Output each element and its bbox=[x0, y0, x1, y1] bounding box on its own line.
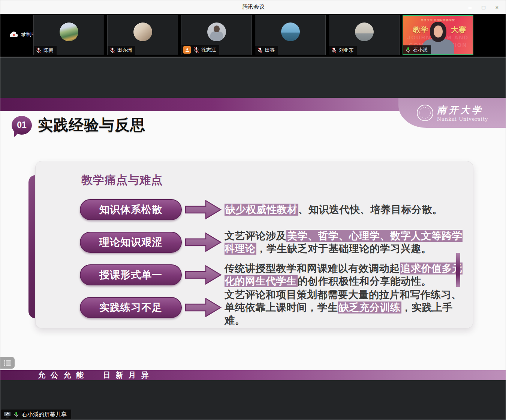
participant-name: 石小溪 bbox=[413, 46, 428, 53]
window-titlebar: 腾讯会议 – □ × bbox=[0, 0, 506, 14]
mic-muted-icon bbox=[109, 47, 115, 54]
participant-name: 田睿 bbox=[265, 47, 275, 54]
pain-point-row: 实践练习不足 文艺评论和项目策划都需要大量的拉片和写作练习、单纯依靠上课时间，学… bbox=[80, 297, 463, 318]
participant-name-badge: 石小溪 bbox=[403, 45, 431, 54]
pain-point-description: 文艺评论和项目策划都需要大量的拉片和写作练习、单纯依靠上课时间，学生缺乏充分训练… bbox=[225, 288, 463, 327]
highlighted-text: 缺少权威性教材 bbox=[225, 204, 298, 216]
pain-point-description: 文艺评论涉及美学、哲学、心理学、数字人文等跨学科理论，学生缺乏对于基础理论的学习… bbox=[225, 230, 463, 255]
pain-point-pill: 理论知识艰涩 bbox=[80, 232, 182, 253]
pill-label: 授课形式单一 bbox=[99, 268, 162, 282]
pain-point-pill: 授课形式单一 bbox=[80, 264, 182, 285]
mic-active-icon bbox=[13, 411, 19, 418]
participant-strip-bg: 录制中 陈鹏 田亦洲 徐志江 田睿 刘亚东 南开大学 新闻与传播学院 JOURN… bbox=[0, 14, 506, 57]
slide-title: 实践经验与反思 bbox=[38, 115, 145, 135]
participant-name: 陈鹏 bbox=[43, 47, 53, 54]
arrow-right-icon bbox=[185, 198, 222, 221]
motto-bar: 允公允能 日新月异 bbox=[0, 370, 506, 380]
mic-muted-icon bbox=[193, 47, 199, 53]
plain-text: ，学生缺乏对于基础理论的学习兴趣。 bbox=[256, 243, 432, 254]
pill-label: 理论知识艰涩 bbox=[99, 236, 162, 249]
participant-tile[interactable]: 刘亚东 bbox=[329, 15, 400, 55]
participant-name-badge: 陈鹏 bbox=[34, 46, 57, 55]
participant-name-badge: 田亦洲 bbox=[108, 46, 135, 55]
university-seal-icon bbox=[417, 105, 433, 121]
pain-point-pill: 实践练习不足 bbox=[80, 297, 182, 318]
host-badge bbox=[183, 46, 191, 54]
mic-muted-icon bbox=[36, 47, 42, 54]
stage-background bbox=[0, 57, 506, 98]
participant-name-badge: 田睿 bbox=[255, 46, 278, 55]
participant-tile[interactable]: 徐志江 bbox=[181, 15, 252, 55]
pain-point-row: 知识体系松散 缺少权威性教材、知识迭代快、培养目标分散。 bbox=[80, 199, 463, 220]
arrow-right-icon bbox=[185, 264, 222, 286]
avatar bbox=[281, 22, 300, 41]
participant-tile[interactable]: 陈鹏 bbox=[33, 15, 104, 55]
host-person-icon bbox=[185, 48, 190, 52]
speaker-face bbox=[434, 26, 443, 38]
arrow-right-icon bbox=[185, 231, 222, 254]
bottom-background: 石小溪的屏幕共享 bbox=[0, 380, 506, 420]
list-icon bbox=[4, 360, 11, 366]
avatar bbox=[60, 22, 78, 41]
close-icon[interactable]: × bbox=[491, 2, 503, 13]
plain-text: 、知识迭代快、培养目标分散。 bbox=[298, 204, 443, 215]
participant-name-badge: 刘亚东 bbox=[329, 46, 357, 55]
video-banner-title-left: 教学 bbox=[413, 25, 428, 35]
university-name-cn: 南开大学 bbox=[437, 104, 488, 116]
participant-tile[interactable]: 田亦洲 bbox=[107, 15, 178, 55]
minimize-icon[interactable]: – bbox=[464, 2, 476, 13]
participant-name: 田亦洲 bbox=[117, 47, 132, 54]
section-number-bubble: 01 bbox=[12, 116, 32, 135]
pain-point-row: 授课形式单一 传统讲授型教学和网课难以有效调动起追求价值多元化的网生代学生的创作… bbox=[80, 264, 463, 285]
avatar bbox=[133, 22, 152, 41]
pill-label: 实践练习不足 bbox=[99, 301, 162, 314]
participant-name: 徐志江 bbox=[201, 46, 216, 53]
pain-point-description: 缺少权威性教材、知识迭代快、培养目标分散。 bbox=[225, 203, 463, 216]
screen-share-label[interactable]: 石小溪的屏幕共享 bbox=[1, 410, 71, 419]
window-controls: – □ × bbox=[464, 0, 503, 14]
plain-text: 传统讲授型教学和网课难以有效调动起 bbox=[225, 263, 400, 274]
avatar bbox=[207, 22, 226, 41]
mic-muted-icon bbox=[331, 47, 337, 54]
section-number: 01 bbox=[17, 120, 27, 130]
card-title: 教学痛点与难点 bbox=[81, 172, 463, 188]
screen-share-text: 石小溪的屏幕共享 bbox=[22, 411, 67, 418]
pain-point-row: 理论知识艰涩 文艺评论涉及美学、哲学、心理学、数字人文等跨学科理论，学生缺乏对于… bbox=[80, 232, 463, 253]
cloud-recording-icon bbox=[9, 31, 18, 38]
vertical-bar-decoration bbox=[456, 253, 460, 287]
window-title: 腾讯会议 bbox=[242, 3, 265, 10]
university-logo-area: 南开大学 Nankai University bbox=[398, 98, 506, 128]
mic-muted-icon bbox=[257, 47, 263, 54]
motto-text: 允公允能 日新月异 bbox=[38, 370, 154, 380]
pill-label: 知识体系松散 bbox=[99, 203, 162, 216]
highlighted-text: 缺乏充分训练 bbox=[338, 302, 401, 314]
maximize-icon[interactable]: □ bbox=[478, 2, 489, 13]
participant-tile[interactable]: 南开大学 新闻与传播学院 JOURNALISM ANDCOMMUNICATION… bbox=[403, 15, 473, 55]
pain-points-card: 教学痛点与难点 知识体系松散 缺少权威性教材、知识迭代快、培养目标分散。理论知识… bbox=[35, 161, 473, 328]
recording-indicator: 录制中 bbox=[9, 31, 37, 38]
participant-strip: 陈鹏 田亦洲 徐志江 田睿 刘亚东 南开大学 新闻与传播学院 JOURNALIS… bbox=[33, 15, 473, 55]
mic-active-icon bbox=[405, 47, 411, 53]
avatar bbox=[355, 22, 374, 41]
participant-list-toggle-button[interactable] bbox=[0, 357, 15, 369]
participant-name: 刘亚东 bbox=[339, 47, 353, 54]
plain-text: 文艺评论涉及 bbox=[225, 230, 286, 242]
pain-point-description: 传统讲授型教学和网课难以有效调动起追求价值多元化的网生代学生的创作积极性和分享能… bbox=[225, 262, 463, 288]
shared-slide: 南开大学 Nankai University 01 实践经验与反思 教学痛点与难… bbox=[0, 98, 506, 380]
participant-name-badge: 徐志江 bbox=[181, 45, 219, 55]
pain-point-rows: 知识体系松散 缺少权威性教材、知识迭代快、培养目标分散。理论知识艰涩 文艺评论涉… bbox=[80, 199, 463, 318]
arrow-right-icon bbox=[185, 296, 222, 319]
section-title-group: 01 实践经验与反思 bbox=[12, 115, 145, 135]
plain-text: 的创作积极性和分享能动性。 bbox=[298, 276, 432, 287]
screen-share-icon bbox=[3, 411, 11, 418]
video-banner-title-right: 大赛 bbox=[451, 25, 466, 35]
university-name-en: Nankai University bbox=[437, 116, 488, 122]
participant-tile[interactable]: 田睿 bbox=[255, 15, 326, 55]
pain-point-pill: 知识体系松散 bbox=[80, 199, 182, 220]
